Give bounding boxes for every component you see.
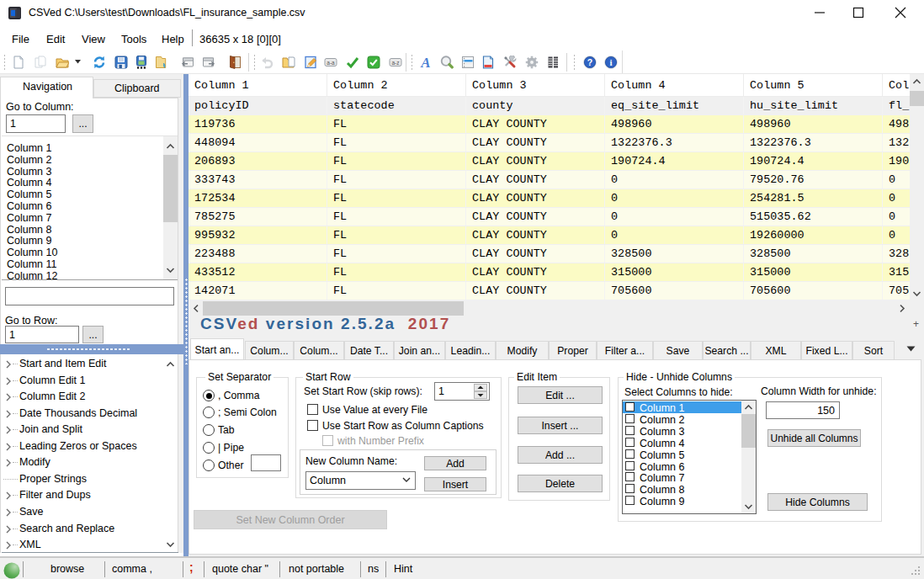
- svg-text:A: A: [420, 56, 430, 69]
- svg-text:i: i: [609, 57, 612, 67]
- svg-text:a-z: a-z: [391, 60, 399, 66]
- svg-text:a-a: a-a: [327, 60, 335, 66]
- svg-text:?: ?: [587, 57, 592, 67]
